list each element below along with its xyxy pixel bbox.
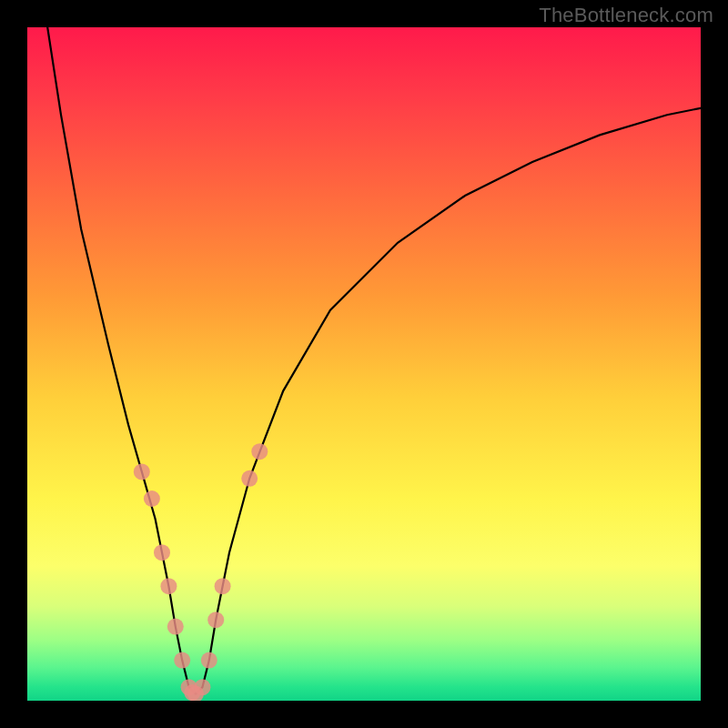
highlight-marker	[207, 612, 224, 628]
highlight-marker	[160, 578, 177, 594]
marker-group	[134, 443, 268, 701]
highlight-marker	[167, 619, 184, 635]
bottleneck-curve	[47, 27, 701, 694]
curve-overlay	[27, 27, 701, 701]
watermark-text: TheBottleneck.com	[539, 4, 713, 27]
highlight-marker	[215, 578, 231, 594]
highlight-marker	[154, 544, 170, 561]
highlight-marker	[134, 463, 150, 480]
highlight-marker	[144, 490, 160, 507]
plot-area	[27, 27, 701, 701]
highlight-marker	[194, 679, 210, 695]
highlight-marker	[241, 470, 258, 487]
highlight-marker	[201, 652, 217, 669]
highlight-marker	[251, 443, 268, 460]
chart-frame: TheBottleneck.com	[0, 0, 728, 728]
highlight-marker	[174, 652, 190, 669]
